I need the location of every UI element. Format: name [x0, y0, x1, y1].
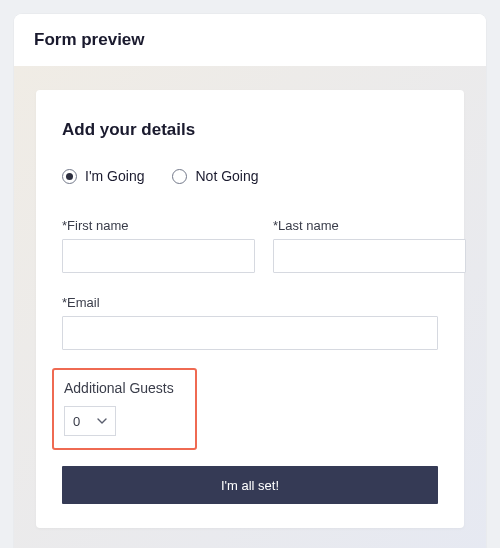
additional-guests-highlight: Additional Guests 0	[52, 368, 197, 450]
first-name-label: *First name	[62, 218, 255, 233]
additional-guests-select[interactable]: 0	[64, 406, 116, 436]
submit-button-label: I'm all set!	[221, 478, 279, 493]
additional-guests-value: 0	[73, 414, 80, 429]
preview-title: Form preview	[34, 30, 145, 49]
name-fields-row: *First name *Last name	[62, 218, 438, 273]
radio-icon	[62, 169, 77, 184]
form-card: Add your details I'm Going Not Going *Fi…	[36, 90, 464, 528]
form-title: Add your details	[62, 120, 438, 140]
rsvp-not-going-label: Not Going	[195, 168, 258, 184]
preview-body: Add your details I'm Going Not Going *Fi…	[14, 66, 486, 548]
last-name-label: *Last name	[273, 218, 466, 233]
preview-card: Form preview Add your details I'm Going …	[14, 14, 486, 548]
last-name-field: *Last name	[273, 218, 466, 273]
rsvp-going-label: I'm Going	[85, 168, 144, 184]
first-name-input[interactable]	[62, 239, 255, 273]
radio-icon	[172, 169, 187, 184]
rsvp-radio-group: I'm Going Not Going	[62, 168, 438, 184]
preview-header: Form preview	[14, 14, 486, 66]
additional-guests-label: Additional Guests	[64, 380, 185, 396]
rsvp-going-option[interactable]: I'm Going	[62, 168, 144, 184]
chevron-down-icon	[97, 416, 107, 426]
last-name-input[interactable]	[273, 239, 466, 273]
email-label: *Email	[62, 295, 438, 310]
rsvp-not-going-option[interactable]: Not Going	[172, 168, 258, 184]
submit-button[interactable]: I'm all set!	[62, 466, 438, 504]
first-name-field: *First name	[62, 218, 255, 273]
email-input[interactable]	[62, 316, 438, 350]
email-field: *Email	[62, 295, 438, 350]
